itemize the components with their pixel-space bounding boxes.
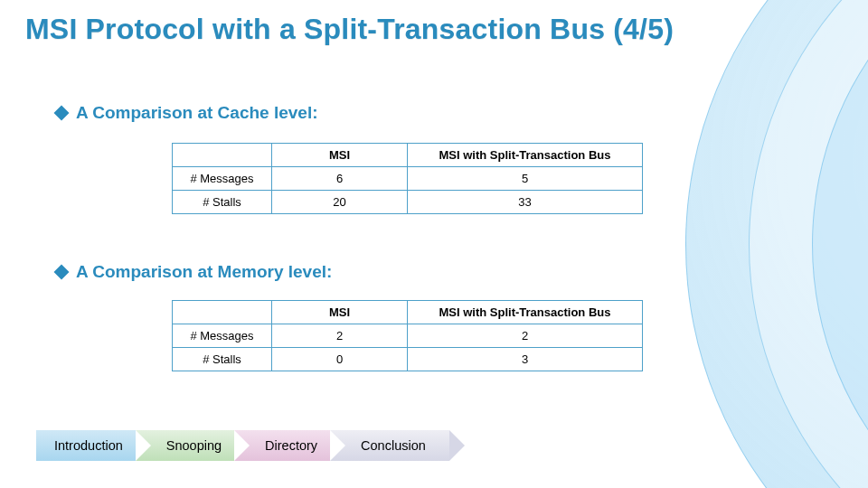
diamond-icon [54, 265, 70, 280]
row-stalls: # Stalls [173, 348, 272, 371]
col-blank [173, 301, 272, 324]
crumb-label: Introduction [54, 438, 123, 453]
col-split: MSI with Split-Transaction Bus [408, 144, 643, 167]
cell: 33 [408, 191, 643, 214]
crumb-introduction[interactable]: Introduction [36, 430, 146, 461]
table-memory: MSI MSI with Split-Transaction Bus # Mes… [172, 300, 643, 371]
table-row: MSI MSI with Split-Transaction Bus [173, 301, 643, 324]
col-msi: MSI [272, 144, 408, 167]
page-title: MSI Protocol with a Split-Transaction Bu… [25, 13, 674, 46]
cell: 5 [408, 167, 643, 191]
slide: MSI Protocol with a Split-Transaction Bu… [0, 0, 868, 488]
crumb-conclusion[interactable]: Conclusion [330, 430, 449, 461]
diamond-icon [54, 106, 70, 121]
breadcrumb: Introduction Snooping Directory Conclusi… [36, 430, 439, 461]
cell: 3 [408, 348, 643, 371]
cell: 0 [272, 348, 408, 371]
bullet-label: A Comparison at Memory level: [76, 262, 332, 282]
table-row: # Messages 6 5 [173, 167, 643, 191]
col-blank [173, 144, 272, 167]
crumb-snooping[interactable]: Snooping [136, 430, 245, 461]
cell: 2 [272, 324, 408, 348]
table-row: # Stalls 20 33 [173, 191, 643, 214]
row-stalls: # Stalls [173, 191, 272, 214]
table-row: # Stalls 0 3 [173, 348, 643, 371]
bullet-cache: A Comparison at Cache level: [56, 103, 317, 123]
row-messages: # Messages [173, 324, 272, 348]
col-msi: MSI [272, 301, 408, 324]
crumb-label: Directory [265, 438, 317, 453]
crumb-label: Conclusion [361, 438, 426, 453]
table-row: # Messages 2 2 [173, 324, 643, 348]
bullet-memory: A Comparison at Memory level: [56, 262, 332, 282]
cell: 2 [408, 324, 643, 348]
table-row: MSI MSI with Split-Transaction Bus [173, 144, 643, 167]
table-cache: MSI MSI with Split-Transaction Bus # Mes… [172, 143, 643, 214]
cell: 20 [272, 191, 408, 214]
crumb-directory[interactable]: Directory [234, 430, 341, 461]
cell: 6 [272, 167, 408, 191]
crumb-label: Snooping [166, 438, 222, 453]
bullet-label: A Comparison at Cache level: [76, 103, 317, 123]
row-messages: # Messages [173, 167, 272, 191]
col-split: MSI with Split-Transaction Bus [408, 301, 643, 324]
